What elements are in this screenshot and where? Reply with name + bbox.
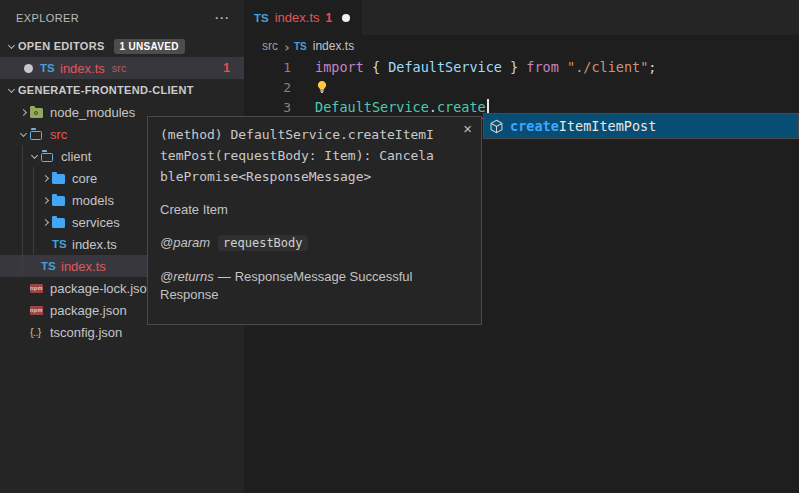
ts-file-icon: TS: [52, 238, 67, 250]
folder-open-icon: [30, 131, 42, 140]
unsaved-badge: 1 UNSAVED: [114, 39, 185, 54]
code-token: DefaultService: [315, 99, 429, 115]
suggestion-rest-text: ItemItemPost: [559, 118, 657, 134]
workspace-label: GENERATE-FRONTEND-CLIENT: [18, 84, 194, 96]
open-editor-item-index-ts[interactable]: TS index.ts src 1: [0, 57, 244, 79]
ts-file-icon: TS: [254, 12, 269, 24]
suggestion-match-text: create: [510, 118, 559, 134]
param-name-chip: requestBody: [218, 235, 307, 251]
breadcrumb-separator-icon: [284, 39, 288, 53]
param-tag: @param: [160, 235, 210, 250]
modified-dot-icon[interactable]: [342, 14, 350, 22]
sidebar-title: EXPLORER: [16, 12, 79, 24]
dash-separator: —: [216, 321, 229, 325]
doc-param-line: @paramrequestBody: [160, 234, 445, 252]
tree-item-label: package-lock.json: [50, 281, 154, 296]
chevron-right-icon[interactable]: [38, 198, 52, 203]
open-editor-file-detail: src: [112, 62, 127, 74]
code-line-1: 1 import { DefaultService } from "./clie…: [244, 57, 799, 77]
tree-item-label: index.ts: [61, 259, 106, 274]
open-editors-label: OPEN EDITORS: [18, 40, 105, 52]
chevron-down-icon: [4, 89, 18, 92]
folder-icon: [52, 218, 65, 228]
ts-file-icon: TS: [40, 62, 55, 74]
throws-tag: @throws: [160, 321, 212, 325]
code-token: from: [526, 59, 559, 75]
error-count-badge: 1: [223, 61, 244, 75]
tree-item-label: core: [72, 171, 97, 186]
suggest-details-panel: × (method) DefaultService.createItemI te…: [147, 116, 482, 325]
chevron-down-icon[interactable]: [16, 133, 30, 136]
doc-summary: Create Item: [160, 202, 469, 217]
line-number[interactable]: 3: [244, 100, 291, 115]
code-token: .: [429, 99, 437, 115]
close-icon[interactable]: ×: [463, 120, 472, 137]
breadcrumb-file[interactable]: index.ts: [313, 39, 354, 53]
json-braces-icon: {..}: [30, 326, 41, 338]
npm-file-icon: npm: [30, 306, 43, 315]
code-token: }: [502, 59, 526, 75]
code-token: import: [315, 59, 364, 75]
throws-text: ApiError: [233, 321, 281, 325]
node-modules-folder-icon: [30, 108, 43, 118]
sidebar-header: EXPLORER ⋯: [0, 0, 244, 35]
tab-index-ts[interactable]: TS index.ts 1: [244, 0, 362, 35]
signature-line: blePromise<ResponseMessage>: [160, 166, 469, 187]
tree-item-label: models: [72, 193, 114, 208]
tree-item-label: client: [61, 149, 91, 164]
tab-error-count: 1: [326, 11, 333, 25]
tab-bar: TS index.ts 1: [244, 0, 799, 35]
code-token-error: create: [437, 99, 486, 115]
code-line-2: 2: [244, 77, 799, 97]
tree-item-label: package.json: [50, 303, 127, 318]
chevron-right-icon[interactable]: [16, 110, 30, 115]
symbol-method-icon: [489, 119, 504, 134]
folder-icon: [52, 196, 65, 206]
chevron-down-icon: [4, 45, 18, 48]
npm-file-icon: npm: [30, 284, 43, 293]
code-token: [559, 59, 567, 75]
tree-item-label: tsconfig.json: [50, 325, 122, 340]
indent-guide: [33, 167, 34, 254]
folder-open-icon: [41, 153, 53, 162]
chevron-right-icon[interactable]: [38, 220, 52, 225]
tree-item-label: src: [50, 127, 67, 142]
breadcrumb: src TS index.ts: [244, 35, 799, 57]
signature-line: temPost(requestBody: Item): Cancela: [160, 145, 469, 166]
code-token: DefaultService: [388, 59, 502, 75]
returns-tag: @returns: [160, 269, 214, 284]
ts-file-icon: TS: [41, 260, 56, 272]
breadcrumb-folder[interactable]: src: [262, 39, 278, 53]
modified-dot-icon: [24, 64, 33, 73]
chevron-right-icon[interactable]: [38, 176, 52, 181]
lightbulb-icon[interactable]: [315, 80, 329, 94]
indent-guide: [22, 145, 23, 276]
method-signature: (method) DefaultService.createItemI temP…: [160, 124, 469, 187]
workspace-header[interactable]: GENERATE-FRONTEND-CLIENT: [0, 79, 244, 101]
chevron-down-icon[interactable]: [27, 155, 41, 158]
suggest-widget: createItemItemPost: [483, 113, 799, 139]
code-token: "./client": [567, 59, 648, 75]
code-token: {: [364, 59, 388, 75]
doc-returns-line: @returns—ResponseMessage Successful Resp…: [160, 268, 445, 304]
tree-item-label: index.ts: [72, 237, 117, 252]
more-actions-icon[interactable]: ⋯: [214, 9, 230, 27]
line-number[interactable]: 2: [244, 80, 291, 95]
code-token: ;: [648, 59, 656, 75]
line-number[interactable]: 1: [244, 60, 291, 75]
ts-file-icon: TS: [294, 41, 307, 52]
signature-line: (method) DefaultService.createItemI: [160, 124, 469, 145]
open-editor-file-name: index.ts: [60, 61, 105, 76]
folder-icon: [52, 174, 65, 184]
tab-title: index.ts: [275, 10, 320, 25]
suggestion-item-createItemItemPost[interactable]: createItemItemPost: [484, 114, 798, 138]
dash-separator: —: [218, 269, 231, 284]
tree-item-label: node_modules: [50, 105, 135, 120]
code-editor[interactable]: 1 import { DefaultService } from "./clie…: [244, 57, 799, 117]
tree-item-label: services: [72, 215, 120, 230]
doc-throws-line: @throws—ApiError: [160, 320, 445, 325]
open-editors-header[interactable]: OPEN EDITORS 1 UNSAVED: [0, 35, 244, 57]
